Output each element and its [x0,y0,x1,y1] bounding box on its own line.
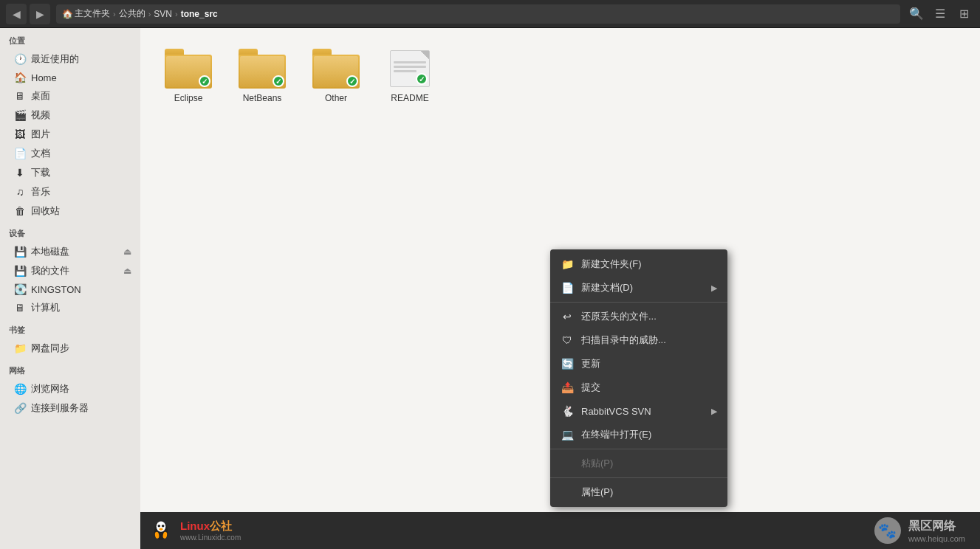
breadcrumb-svn[interactable]: SVN [154,9,172,19]
sidebar-item-pictures-label: 图片 [31,128,131,141]
ctx-new-folder-icon: 📁 [561,258,574,271]
sidebar-item-downloads[interactable]: ⬇ 下载 [3,163,137,182]
section-label-network: 网络 [0,358,140,379]
sidebar-item-music[interactable]: ♫ 音乐 [3,182,137,201]
sidebar-item-localdisk[interactable]: 💾 本地磁盘 ⏏ [3,242,137,261]
watermark: 🐾 黑区网络 www.heiqu.com [874,517,965,544]
file-item-other[interactable]: ✓ Other [303,43,369,109]
readme-file-icon: ✓ [390,50,430,87]
sidebar-item-kingston-label: KINGSTON [31,284,131,295]
eject-myfiles-icon[interactable]: ⏏ [123,266,131,276]
ctx-properties[interactable]: 属性(P) [550,480,727,504]
ctx-new-doc-arrow: ▶ [711,283,717,293]
breadcrumb-home[interactable]: 🏠 主文件夹 [62,7,110,20]
ctx-scan[interactable]: 🛡 扫描目录中的威胁... [550,328,727,352]
sidebar-item-computer-label: 计算机 [31,301,131,314]
ctx-paste-icon [561,457,574,470]
ctx-restore[interactable]: ↩ 还原丢失的文件... [550,305,727,328]
file-item-eclipse[interactable]: ✓ Eclipse [155,43,222,109]
sidebar-item-browse-network[interactable]: 🌐 浏览网络 [3,379,137,398]
breadcrumb-public[interactable]: 公共的 [119,7,145,20]
ctx-terminal[interactable]: 💻 在终端中打开(E) [550,423,727,446]
ctx-rabbitvcs[interactable]: 🐇 RabbitVCS SVN ▶ [550,399,727,423]
ctx-new-doc-icon: 📄 [561,281,574,294]
netbeans-folder-icon: ✓ [239,49,286,89]
file-grid: ✓ Eclipse ✓ NetBeans [140,28,980,124]
ctx-update[interactable]: 🔄 更新 [550,352,727,376]
music-icon: ♫ [13,186,27,198]
grid-button[interactable]: ⊞ [953,4,974,24]
recent-icon: 🕐 [13,53,27,65]
svg-point-3 [162,525,165,528]
menu-button[interactable]: ☰ [930,4,950,24]
sidebar-item-computer[interactable]: 🖥 计算机 [3,298,137,317]
ctx-rabbitvcs-arrow: ▶ [711,407,717,416]
docs-icon: 📄 [13,148,27,159]
breadcrumb-sep-2: › [148,10,151,18]
trash-icon: 🗑 [13,205,27,217]
ctx-new-doc[interactable]: 📄 新建文档(D) ▶ [550,276,727,300]
sidebar-item-recent[interactable]: 🕐 最近使用的 [3,49,137,69]
ctx-terminal-icon: 💻 [561,428,574,441]
linux-sub: www.Linuxidc.com [180,534,241,542]
section-label-location: 位置 [0,28,140,49]
breadcrumb-sep-1: › [113,10,116,18]
main-area: 位置 🕐 最近使用的 🏠 Home 🖥 桌面 🎬 视频 🖼 图片 📄 文档 ⬇ … [0,28,980,549]
sidebar-item-myfiles[interactable]: 💾 我的文件 ⏏ [3,261,137,280]
file-item-readme[interactable]: ✓ README [377,43,443,109]
sidebar-item-trash-label: 回收站 [31,204,131,218]
eject-localdisk-icon[interactable]: ⏏ [123,246,131,257]
ctx-new-folder[interactable]: 📁 新建文件夹(F) [550,252,727,276]
sidebar-item-cloudsync[interactable]: 📁 网盘同步 [3,339,137,358]
ctx-sep-3 [550,477,727,478]
pictures-icon: 🖼 [13,128,27,140]
ctx-scan-label: 扫描目录中的威胁... [581,334,666,347]
ctx-update-icon: 🔄 [561,357,574,370]
other-label: Other [325,93,347,103]
file-item-netbeans[interactable]: ✓ NetBeans [229,43,295,109]
sidebar-item-connect-server[interactable]: 🔗 连接到服务器 [3,398,137,418]
sidebar-item-home[interactable]: 🏠 Home [3,69,137,86]
topbar-right: 🔍 ☰ ⊞ [906,4,974,24]
sidebar-item-downloads-label: 下载 [31,166,131,179]
ctx-restore-icon: ↩ [561,310,574,323]
home-icon: 🏠 [62,9,73,19]
sidebar-item-docs[interactable]: 📄 文档 [3,144,137,163]
breadcrumb-current[interactable]: tone_src [181,9,218,19]
connect-server-icon: 🔗 [13,402,27,414]
sidebar-item-trash[interactable]: 🗑 回收站 [3,201,137,221]
forward-button[interactable]: ▶ [30,4,50,24]
ctx-rabbitvcs-icon: 🐇 [561,404,574,418]
sidebar-item-kingston[interactable]: 💽 KINGSTON [3,280,137,298]
myfiles-icon: 💾 [13,265,27,277]
desktop-icon: 🖥 [13,90,27,102]
ctx-commit[interactable]: 📤 提交 [550,376,727,399]
sidebar-item-myfiles-label: 我的文件 [31,264,119,277]
sidebar-item-browse-network-label: 浏览网络 [31,382,131,396]
linux-text: Linux公社 www.Linuxidc.com [180,519,241,542]
ctx-paste-label: 粘贴(P) [581,457,613,470]
computer-icon: 🖥 [13,302,27,314]
kingston-icon: 💽 [13,283,27,295]
sidebar: 位置 🕐 最近使用的 🏠 Home 🖥 桌面 🎬 视频 🖼 图片 📄 文档 ⬇ … [0,28,140,549]
sidebar-item-music-label: 音乐 [31,185,131,198]
sidebar-item-pictures[interactable]: 🖼 图片 [3,125,137,144]
localdisk-icon: 💾 [13,246,27,258]
back-button[interactable]: ◀ [6,4,27,24]
ctx-scan-icon: 🛡 [561,334,574,347]
svg-point-4 [159,528,162,531]
watermark-sub: www.heiqu.com [908,534,965,543]
ctx-restore-label: 还原丢失的文件... [581,310,657,323]
context-menu: 📁 新建文件夹(F) 📄 新建文档(D) ▶ ↩ 还原丢失的文件... [550,249,727,507]
breadcrumb-bar: 🏠 主文件夹 › 公共的 › SVN › tone_src [56,4,900,24]
search-button[interactable]: 🔍 [906,4,927,24]
netbeans-label: NetBeans [243,93,282,103]
ctx-sep-2 [550,449,727,449]
sidebar-item-desktop[interactable]: 🖥 桌面 [3,86,137,106]
watermark-main: 黑区网络 [908,519,965,534]
ctx-sep-1 [550,302,727,303]
home-icon: 🏠 [13,72,27,83]
tux-icon [148,517,174,544]
svn-badge-other: ✓ [346,75,358,87]
sidebar-item-video[interactable]: 🎬 视频 [3,106,137,125]
